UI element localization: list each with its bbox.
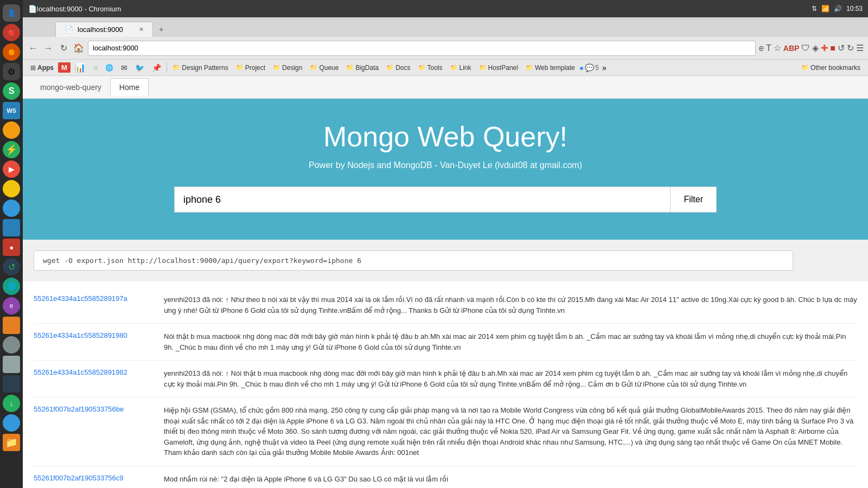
refresh-button[interactable]: ↻	[58, 42, 69, 54]
forward-button[interactable]: →	[42, 42, 54, 54]
extension-icon[interactable]: ✚	[821, 43, 828, 53]
bookmark-more[interactable]: »	[600, 63, 609, 72]
result-id-link[interactable]: 55261e4334a1c55852891980	[34, 331, 153, 352]
dock-item-swirl[interactable]	[3, 414, 20, 432]
page-home-tab[interactable]: Home	[110, 78, 149, 96]
table-row: 55261e4334a1c5585289197ayennhi2013 đã nó…	[34, 287, 857, 324]
bookmark-queue[interactable]: 📁 Queue	[307, 63, 342, 73]
bookmark-pin[interactable]: 📌	[149, 62, 164, 73]
dock-item-1[interactable]: 🔴	[3, 24, 20, 41]
dock-item-orange2[interactable]	[3, 317, 20, 334]
bookmark-twitter[interactable]: 🐦	[132, 62, 148, 73]
dock-item-ws[interactable]: WS	[3, 102, 20, 119]
bookmark-design[interactable]: 📁 Design	[270, 63, 305, 73]
folder-icon-link: 📁	[450, 64, 458, 71]
result-id-link[interactable]: 55261f007b2af190533756c9	[34, 474, 153, 485]
page-hero-section: Mongo Web Query! Power by Nodejs and Mon…	[23, 99, 868, 240]
dock-item-dl[interactable]: ↓	[3, 395, 20, 412]
bookmark-webtemplate[interactable]: 📁 Web template	[522, 63, 578, 73]
dock-item-3[interactable]: ⚙	[3, 63, 20, 80]
bookmark-design-label: Design	[282, 64, 302, 72]
result-text: Hiệp hội GSM (GSMA), tổ chức gồm 800 nhà…	[164, 405, 857, 458]
filter-button[interactable]: Filter	[670, 187, 717, 213]
folder-icon-design: 📁	[273, 64, 280, 71]
extension2-icon[interactable]: ■	[830, 43, 835, 53]
dock-item-s[interactable]: S	[3, 82, 20, 100]
browser-tabbar: 📄 localhost:9000 ✕ +	[23, 17, 868, 37]
bookmark-project[interactable]: 📁 Project	[233, 63, 269, 73]
folder-icon-hostpanel: 📁	[479, 64, 487, 71]
dock-item-folder[interactable]: 📁	[3, 434, 20, 451]
address-bar[interactable]	[88, 41, 756, 56]
bookmark-web[interactable]: 🌐	[102, 63, 117, 73]
dock-item-dark[interactable]	[3, 375, 20, 393]
dock-item-play[interactable]: ▶	[3, 160, 20, 178]
new-tab-button[interactable]: +	[153, 22, 169, 37]
folder-icon-other: 📁	[801, 64, 809, 71]
dock-item-user[interactable]: 👤	[3, 4, 20, 22]
star-icon[interactable]: ☆	[774, 43, 781, 53]
shield-icon[interactable]: 🛡	[801, 43, 810, 53]
result-text: yennhi2013 đã nói: ↑ Như theo b nói xài …	[164, 294, 857, 316]
browser-window: 📄 localhost:9000 - Chromium ⇅ 📶 🔊 10:53 …	[23, 0, 868, 488]
translate-icon[interactable]: T	[766, 43, 771, 53]
tab-close-button[interactable]: ✕	[139, 26, 144, 33]
other-bookmarks-label: Other bookmarks	[810, 64, 860, 72]
folder-icon-bigdata: 📁	[346, 64, 354, 71]
network-icon: ⇅	[812, 5, 817, 12]
bookmark-hostpanel[interactable]: 📁 HostPanel	[476, 63, 521, 73]
bookmark-gmail[interactable]: M	[58, 62, 71, 73]
result-id-link[interactable]: 55261e4334a1c5585289197a	[34, 294, 153, 316]
home-button[interactable]: 🏠	[73, 42, 85, 54]
titlebar-icons: ⇅ 📶 🔊 10:53	[812, 5, 863, 12]
dock-item-blue[interactable]	[3, 200, 20, 217]
apps-label: Apps	[37, 64, 54, 72]
dock-item-darkblue[interactable]	[3, 219, 20, 236]
dock-item-lightgray[interactable]	[3, 356, 20, 373]
bookmark-circle[interactable]: ○	[90, 62, 101, 73]
dock-item-purple[interactable]: e	[3, 297, 20, 314]
bookmark-webtemplate-label: Web template	[535, 64, 575, 72]
title-bar-favicon: 📄	[28, 5, 37, 13]
other-bookmarks[interactable]: 📁 Other bookmarks	[798, 63, 864, 73]
dock-item-green[interactable]: ⚡	[3, 141, 20, 158]
bookmark-queue-label: Queue	[319, 64, 339, 72]
toolbar-action-icons: e T ☆ ABP 🛡 ◈ ✚ ■ ↺ ↻ ☰	[759, 43, 864, 53]
bookmark-sheets[interactable]: 📊	[72, 61, 89, 74]
bookmark-tools[interactable]: 📁 Tools	[415, 63, 446, 73]
bookmark-chat[interactable]: 💬	[585, 63, 594, 72]
bookmark-bigdata-label: BigData	[355, 64, 379, 72]
sync-icon[interactable]: ↺	[838, 43, 845, 53]
adblock-icon[interactable]: ABP	[783, 44, 800, 53]
bookmark-docs[interactable]: 📁 Docs	[383, 63, 413, 73]
menu-icon[interactable]: ☰	[856, 43, 864, 53]
tab-favicon: 📄	[65, 25, 73, 34]
reload-icon[interactable]: ↻	[847, 43, 854, 53]
bookmark-bigdata[interactable]: 📁 BigData	[343, 63, 382, 73]
back-button[interactable]: ←	[27, 42, 39, 54]
search-input[interactable]	[174, 187, 670, 213]
dock-item-sync[interactable]: ↺	[3, 258, 20, 275]
proxy-icon[interactable]: ◈	[812, 43, 819, 53]
time-display: 10:53	[846, 5, 863, 12]
browser-toolbar: ← → ↻ 🏠 e T ☆ ABP 🛡 ◈ ✚ ■ ↺ ↻ ☰	[23, 37, 868, 60]
dock-item-2[interactable]: 🟠	[3, 43, 20, 61]
export-command-box: wget -O export.json http://localhost:900…	[34, 251, 793, 271]
bookmark-mail[interactable]: ✉	[118, 62, 131, 73]
browser-tab-active[interactable]: 📄 localhost:9000 ✕	[55, 22, 153, 37]
bookmark-number: 5	[595, 64, 599, 72]
dock-item-teal[interactable]: 🌐	[3, 278, 20, 295]
dock-item-gray[interactable]	[3, 336, 20, 354]
page-app-title: mongo-web-query	[34, 79, 108, 96]
export-section: wget -O export.json http://localhost:900…	[23, 240, 868, 281]
dock-item-orange[interactable]	[3, 121, 20, 139]
bookmark-design-patterns[interactable]: 📁 Design Patterns	[169, 63, 231, 73]
dock-item-darkred[interactable]: ■	[3, 239, 20, 256]
ie-icon[interactable]: e	[759, 43, 764, 53]
page-navbar: mongo-web-query Home	[23, 76, 868, 99]
result-id-link[interactable]: 55261e4334a1c55852891982	[34, 368, 153, 389]
result-id-link[interactable]: 55261f007b2af190533756be	[34, 405, 153, 458]
bookmark-link[interactable]: 📁 Link	[447, 63, 475, 73]
bookmark-apps[interactable]: ⊞ Apps	[27, 63, 57, 73]
dock-item-yellow[interactable]	[3, 180, 20, 197]
